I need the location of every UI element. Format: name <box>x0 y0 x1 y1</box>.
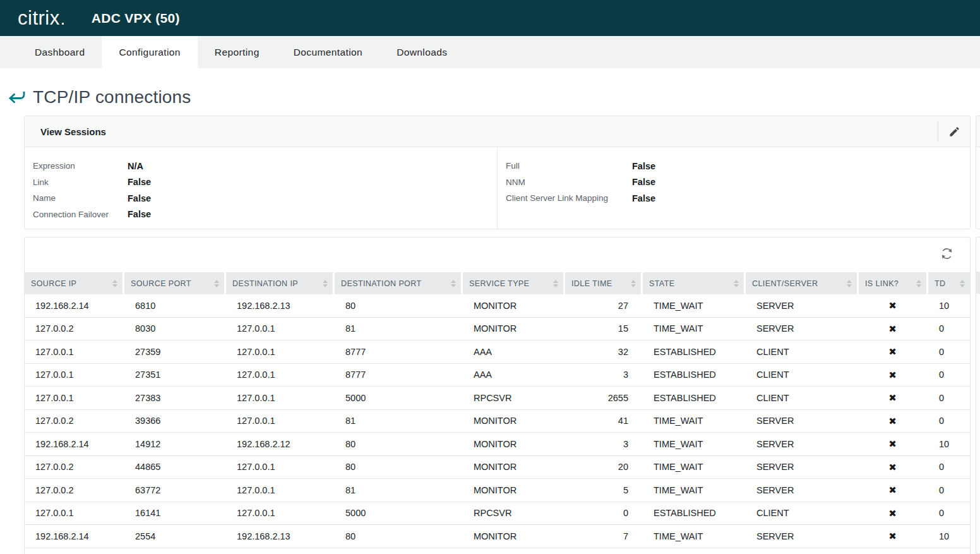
column-header-idle-time[interactable]: IDLE TIME <box>565 272 641 294</box>
cell-client-server: SERVER <box>746 294 857 317</box>
table-row[interactable]: 127.0.0.116141127.0.0.15000RPCSVR0ESTABL… <box>25 502 970 526</box>
cell-source-port: 39366 <box>124 410 224 433</box>
cross-icon: ✖ <box>888 301 897 310</box>
sort-icon[interactable] <box>847 280 852 287</box>
column-header-label: STATE <box>649 279 674 288</box>
table-row[interactable]: 192.168.2.146810192.168.2.1380MONITOR27T… <box>25 294 970 318</box>
sort-icon[interactable] <box>553 280 558 287</box>
cell-destination-port: 80 <box>335 294 461 317</box>
back-button[interactable] <box>8 88 27 106</box>
cell-is-link-: ✖ <box>859 410 926 433</box>
nav-tab-reporting[interactable]: Reporting <box>198 36 277 68</box>
cell-destination-port: 81 <box>335 479 461 502</box>
cell-source-ip: 127.0.0.1 <box>25 340 122 363</box>
cell-is-link-: ✖ <box>859 340 926 363</box>
cell-source-port: 6810 <box>124 294 224 317</box>
column-header-service-type[interactable]: SERVICE TYPE <box>463 272 563 294</box>
table-row[interactable]: 127.0.0.127351127.0.0.18777AAA3ESTABLISH… <box>25 364 970 387</box>
cell-source-ip: 127.0.0.2 <box>25 410 122 433</box>
column-header-source-port[interactable]: SOURCE PORT <box>124 272 224 294</box>
cross-icon: ✖ <box>888 393 897 402</box>
cross-icon: ✖ <box>888 439 897 449</box>
cross-icon: ✖ <box>888 462 897 472</box>
cell-td: 10 <box>928 294 970 317</box>
cell-idle-time: 2655 <box>565 387 641 409</box>
column-header-client-server[interactable]: CLIENT/SERVER <box>746 272 857 294</box>
edit-button[interactable] <box>938 121 970 142</box>
cell-td: 0 <box>928 479 970 502</box>
nav-tab-configuration[interactable]: Configuration <box>102 36 197 68</box>
cell-source-ip: 192.168.2.14 <box>25 525 122 548</box>
cell-state: ESTABLISHED <box>643 364 744 387</box>
cell-state: TIME_WAIT <box>643 318 744 340</box>
table-row[interactable]: 127.0.0.263772127.0.0.181MONITOR5TIME_WA… <box>25 479 970 502</box>
table-row[interactable]: 192.168.2.142554192.168.2.1380MONITOR7TI… <box>25 525 970 548</box>
table-row[interactable]: 127.0.0.239366127.0.0.181MONITOR41TIME_W… <box>25 410 970 433</box>
table-row[interactable]: 127.0.0.28030127.0.0.181MONITOR15TIME_WA… <box>25 318 970 341</box>
cell-state: ESTABLISHED <box>643 502 744 525</box>
offscreen-panel-sliver-bottom <box>976 237 980 554</box>
field-label: Full <box>506 161 632 171</box>
column-header-destination-ip[interactable]: DESTINATION IP <box>226 272 333 294</box>
cell-state: TIME_WAIT <box>643 410 744 433</box>
session-field: FullFalse <box>506 158 655 174</box>
top-app-bar: citrix ADC VPX (50) <box>0 0 980 36</box>
cell-source-port: 44865 <box>124 456 224 479</box>
sort-icon[interactable] <box>960 280 965 287</box>
refresh-button[interactable] <box>938 245 955 262</box>
table-row[interactable]: 192.168.2.1414912192.168.2.1280MONITOR3T… <box>25 433 970 456</box>
table-row[interactable]: 127.0.0.127383127.0.0.15000RPCSVR2655EST… <box>25 387 970 410</box>
sort-icon[interactable] <box>631 280 636 287</box>
refresh-icon <box>940 246 954 261</box>
cell-is-link-: ✖ <box>859 502 926 525</box>
sort-icon[interactable] <box>451 280 456 287</box>
sort-icon[interactable] <box>916 280 921 287</box>
cell-service-type: MONITOR <box>463 456 563 479</box>
cell-idle-time: 7 <box>565 525 641 548</box>
view-sessions-panel: View Sessions ExpressionN/ALinkFalseName… <box>24 116 971 229</box>
field-value: N/A <box>128 161 143 171</box>
nav-tab-documentation[interactable]: Documentation <box>277 36 379 68</box>
sort-icon[interactable] <box>214 280 219 287</box>
column-header-destination-port[interactable]: DESTINATION PORT <box>335 272 461 294</box>
column-header-label: IDLE TIME <box>571 279 612 288</box>
cross-icon: ✖ <box>888 509 897 518</box>
column-header-label: CLIENT/SERVER <box>752 279 818 288</box>
cell-td: 0 <box>928 387 970 409</box>
cell-destination-ip: 127.0.0.1 <box>226 456 333 479</box>
column-header-is-link-[interactable]: IS LINK? <box>859 272 926 294</box>
session-field: Connection FailoverFalse <box>33 207 151 223</box>
cell-state: ESTABLISHED <box>643 340 744 363</box>
cell-source-port: 27351 <box>124 364 224 387</box>
column-header-td[interactable]: TD <box>928 272 970 294</box>
cell-source-port: 27359 <box>124 340 224 363</box>
cell-client-server: SERVER <box>746 410 857 433</box>
cell-idle-time: 5 <box>565 479 641 502</box>
cell-source-ip: 127.0.0.2 <box>25 456 122 479</box>
table-row[interactable]: 127.0.0.244865127.0.0.180MONITOR20TIME_W… <box>25 456 970 479</box>
cell-destination-ip: 127.0.0.1 <box>226 387 333 409</box>
cell-state: TIME_WAIT <box>643 479 744 502</box>
cell-td: 0 <box>928 340 970 363</box>
nav-tab-dashboard[interactable]: Dashboard <box>18 36 102 68</box>
cell-idle-time: 3 <box>565 433 641 455</box>
cell-state: TIME_WAIT <box>643 294 744 317</box>
page-title-row: TCP/IP connections <box>8 87 191 107</box>
session-field: Client Server Link MappingFalse <box>506 190 655 207</box>
cell-source-port: 2554 <box>124 525 224 548</box>
session-fields-right: FullFalseNNMFalseClient Server Link Mapp… <box>506 158 655 207</box>
field-label: Connection Failover <box>33 210 128 219</box>
sort-icon[interactable] <box>112 280 117 287</box>
cell-source-ip: 127.0.0.2 <box>25 318 122 340</box>
column-header-state[interactable]: STATE <box>643 272 744 294</box>
cell-is-link-: ✖ <box>859 479 926 502</box>
cell-client-server: SERVER <box>746 456 857 479</box>
session-field: NameFalse <box>33 190 151 207</box>
table-row[interactable]: 127.0.0.127359127.0.0.18777AAA32ESTABLIS… <box>25 340 970 364</box>
sort-icon[interactable] <box>323 280 328 287</box>
column-header-source-ip[interactable]: SOURCE IP <box>25 272 122 294</box>
sort-icon[interactable] <box>734 280 739 287</box>
cell-destination-port: 80 <box>335 433 461 455</box>
column-header-label: SOURCE PORT <box>131 279 191 288</box>
nav-tab-downloads[interactable]: Downloads <box>379 36 464 68</box>
